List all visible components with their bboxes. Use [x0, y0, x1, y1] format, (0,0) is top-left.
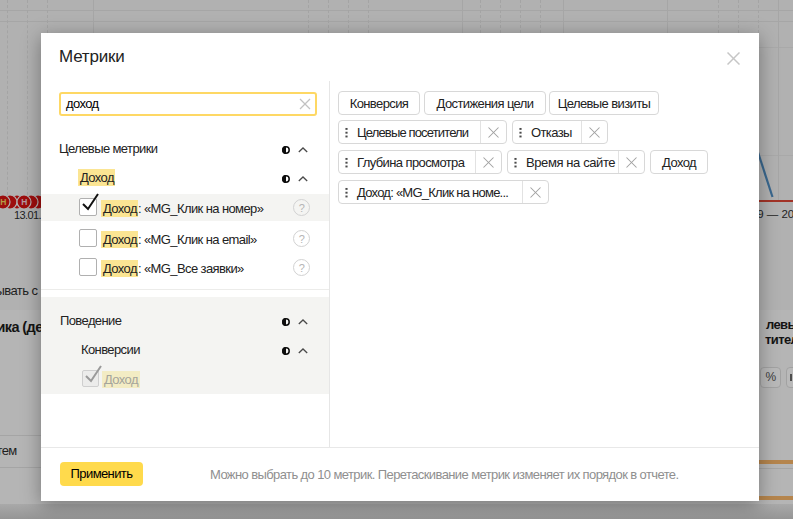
svg-text:Н: Н — [21, 197, 27, 207]
svg-text:Н: Н — [0, 197, 6, 207]
